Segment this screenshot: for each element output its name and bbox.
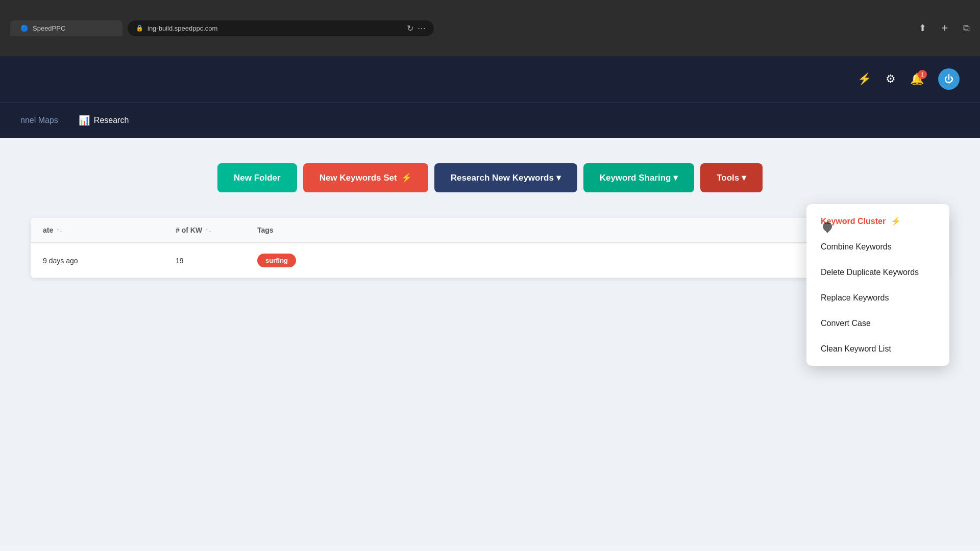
- research-chart-icon: 📊: [79, 115, 90, 126]
- reload-icon[interactable]: ↻: [407, 23, 413, 33]
- dropdown-item-keyword-cluster[interactable]: Keyword Cluster ⚡: [806, 208, 949, 234]
- dropdown-replace-keywords-label: Replace Keywords: [821, 293, 889, 303]
- action-buttons: New Folder New Keywords Set ⚡ Research N…: [31, 163, 949, 192]
- nav-research-label: Research: [94, 116, 129, 125]
- share-button[interactable]: ⬆: [919, 22, 926, 34]
- url-text: ing-build.speedppc.com: [148, 24, 217, 32]
- lightning-button[interactable]: ⚡: [857, 72, 871, 86]
- tab-favicon: 🔵: [20, 24, 29, 32]
- browser-tab[interactable]: 🔵 SpeedPPC: [10, 20, 122, 36]
- dropdown-lightning-icon: ⚡: [891, 216, 901, 226]
- app-header: ⚡ ⚙ 🔔 1 ⏻: [0, 56, 980, 102]
- sort-date-icon[interactable]: ↑↓: [56, 227, 62, 234]
- address-bar[interactable]: 🔒 ing-build.speedppc.com ↻ ⋯: [128, 20, 434, 36]
- tag-surfing-badge[interactable]: surfing: [257, 254, 296, 267]
- lock-icon: 🔒: [136, 24, 143, 32]
- dropdown-convert-case-label: Convert Case: [821, 319, 871, 328]
- dropdown-delete-duplicate-label: Delete Duplicate Keywords: [821, 268, 919, 277]
- row-date: 9 days ago: [43, 257, 176, 265]
- dropdown-combine-keywords-label: Combine Keywords: [821, 242, 892, 252]
- power-icon: ⏻: [944, 74, 953, 85]
- browser-actions: ⬆ + ⧉: [919, 20, 970, 36]
- nav-item-channel-maps[interactable]: nnel Maps: [20, 116, 58, 125]
- tools-dropdown: Keyword Cluster ⚡ Combine Keywords Delet…: [806, 204, 949, 366]
- main-content: New Folder New Keywords Set ⚡ Research N…: [0, 138, 980, 546]
- nav-bar: nnel Maps 📊 Research: [0, 102, 980, 138]
- new-keywords-set-button[interactable]: New Keywords Set ⚡: [303, 163, 428, 192]
- row-num-kw: 19: [176, 257, 257, 265]
- new-folder-button[interactable]: New Folder: [217, 163, 297, 192]
- tools-label: Tools ▾: [717, 172, 746, 183]
- power-button[interactable]: ⏻: [938, 68, 960, 90]
- new-tab-button[interactable]: +: [937, 20, 953, 36]
- dropdown-clean-keyword-list-label: Clean Keyword List: [821, 344, 891, 354]
- sort-kw-icon[interactable]: ↑↓: [205, 227, 211, 234]
- more-icon[interactable]: ⋯: [418, 23, 426, 33]
- nav-items: nnel Maps 📊 Research: [20, 115, 129, 126]
- dropdown-item-convert-case[interactable]: Convert Case: [806, 311, 949, 336]
- tools-button[interactable]: Tools ▾: [700, 163, 763, 192]
- header-icons: ⚡ ⚙ 🔔 1 ⏻: [857, 68, 960, 90]
- col-num-kw: # of KW ↑↓: [176, 226, 257, 234]
- col-tags: Tags: [257, 226, 835, 234]
- new-folder-label: New Folder: [234, 173, 281, 183]
- col-date: ate ↑↓: [43, 226, 176, 234]
- nav-item-research[interactable]: 📊 Research: [79, 115, 129, 126]
- notifications-button[interactable]: 🔔 1: [910, 72, 924, 86]
- dropdown-item-clean-keyword-list[interactable]: Clean Keyword List: [806, 336, 949, 362]
- browser-chrome: 🔵 SpeedPPC 🔒 ing-build.speedppc.com ↻ ⋯ …: [0, 0, 980, 56]
- row-tags: surfing: [257, 254, 835, 267]
- dropdown-keyword-cluster-label: Keyword Cluster: [821, 217, 886, 226]
- keyword-sharing-label: Keyword Sharing ▾: [600, 172, 678, 183]
- settings-button[interactable]: ⚙: [886, 72, 896, 86]
- dropdown-item-replace-keywords[interactable]: Replace Keywords: [806, 285, 949, 311]
- dropdown-item-delete-duplicate[interactable]: Delete Duplicate Keywords: [806, 260, 949, 285]
- new-keywords-set-label: New Keywords Set: [320, 173, 397, 183]
- dropdown-item-combine-keywords[interactable]: Combine Keywords: [806, 234, 949, 260]
- keyword-sharing-button[interactable]: Keyword Sharing ▾: [583, 163, 695, 192]
- settings-icon: ⚙: [886, 72, 896, 86]
- tab-title: SpeedPPC: [33, 24, 65, 32]
- new-keywords-lightning-icon: ⚡: [401, 172, 412, 183]
- nav-channel-maps-label: nnel Maps: [20, 116, 58, 125]
- tabs-button[interactable]: ⧉: [963, 23, 970, 34]
- research-new-keywords-button[interactable]: Research New Keywords ▾: [434, 163, 577, 192]
- notification-badge: 1: [918, 70, 927, 79]
- lightning-header-icon: ⚡: [857, 72, 871, 86]
- research-new-keywords-label: Research New Keywords ▾: [451, 172, 561, 183]
